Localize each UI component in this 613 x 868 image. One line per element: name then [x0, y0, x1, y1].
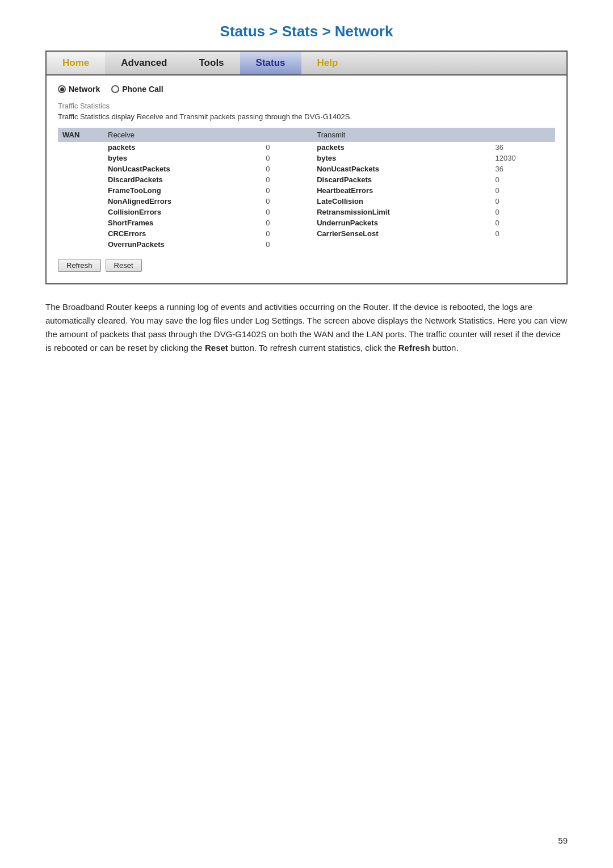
table-row: bytes0bytes12030	[58, 153, 555, 163]
rx-label: FrameTooLong	[103, 185, 261, 196]
rx-value: 0	[261, 142, 295, 153]
wan-cell	[58, 228, 103, 239]
table-row: DiscardPackets0DiscardPackets0	[58, 174, 555, 185]
rx-label: DiscardPackets	[103, 174, 261, 185]
nav-help[interactable]: Help	[301, 52, 354, 74]
rx-value: 0	[261, 228, 295, 239]
rx-value: 0	[261, 153, 295, 163]
rx-label: NonUcastPackets	[103, 163, 261, 174]
traffic-section: Traffic Statistics Traffic Statistics di…	[58, 102, 555, 121]
rx-label: packets	[103, 142, 261, 153]
wan-cell	[58, 174, 103, 185]
table-row: ShortFrames0UnderrunPackets0	[58, 217, 555, 228]
page-number: 59	[558, 836, 568, 845]
radio-phone-text: Phone Call	[122, 85, 163, 94]
nav-home[interactable]: Home	[47, 52, 105, 74]
table-row: NonUcastPackets0NonUcastPackets36	[58, 163, 555, 174]
wan-cell	[58, 196, 103, 207]
table-row: FrameTooLong0HeartbeatErrors0	[58, 185, 555, 196]
rx-label: bytes	[103, 153, 261, 163]
radio-network-text: Network	[69, 85, 100, 94]
col-wan: WAN	[58, 128, 103, 142]
tx-value: 0	[491, 174, 555, 185]
col-transmit: Transmit	[312, 128, 490, 142]
tx-value: 36	[491, 163, 555, 174]
tx-value: 12030	[491, 153, 555, 163]
tx-label: packets	[312, 142, 490, 153]
rx-value: 0	[261, 163, 295, 174]
rx-label: CollisionErrors	[103, 207, 261, 217]
tx-label: DiscardPackets	[312, 174, 490, 185]
tx-value: 0	[491, 207, 555, 217]
wan-cell	[58, 185, 103, 196]
tx-label: NonUcastPackets	[312, 163, 490, 174]
rx-label: NonAlignedErrors	[103, 196, 261, 207]
router-panel: Home Advanced Tools Status Help Network …	[45, 51, 568, 284]
radio-phone-dot[interactable]	[111, 85, 119, 93]
description-text: The Broadband Router keeps a running log…	[45, 300, 568, 355]
col-transmit-val	[491, 128, 555, 142]
tx-label	[312, 239, 490, 250]
traffic-desc: Traffic Statistics display Receive and T…	[58, 112, 555, 121]
tx-label: UnderrunPackets	[312, 217, 490, 228]
rx-value: 0	[261, 239, 295, 250]
traffic-title: Traffic Statistics	[58, 102, 555, 110]
table-row: packets0packets36	[58, 142, 555, 153]
panel-content: Network Phone Call Traffic Statistics Tr…	[47, 76, 566, 283]
rx-value: 0	[261, 217, 295, 228]
nav-advanced[interactable]: Advanced	[105, 52, 183, 74]
wan-cell	[58, 142, 103, 153]
col-receive-val	[261, 128, 295, 142]
refresh-button[interactable]: Refresh	[58, 259, 101, 272]
wan-cell	[58, 207, 103, 217]
nav-tools[interactable]: Tools	[183, 52, 240, 74]
tx-value	[491, 239, 555, 250]
tx-label: LateCollision	[312, 196, 490, 207]
rx-value: 0	[261, 207, 295, 217]
wan-cell	[58, 217, 103, 228]
tx-label: HeartbeatErrors	[312, 185, 490, 196]
stats-table: WAN Receive Transmit packets0packets36by…	[58, 128, 555, 250]
radio-phone-label[interactable]: Phone Call	[111, 85, 163, 94]
rx-label: OverrunPackets	[103, 239, 261, 250]
wan-cell	[58, 153, 103, 163]
tx-label: RetransmissionLimit	[312, 207, 490, 217]
tx-value: 36	[491, 142, 555, 153]
page-title: Status > Stats > Network	[45, 23, 568, 40]
tx-label: bytes	[312, 153, 490, 163]
tx-value: 0	[491, 185, 555, 196]
rx-value: 0	[261, 174, 295, 185]
radio-network-dot[interactable]	[58, 85, 66, 93]
rx-value: 0	[261, 185, 295, 196]
table-row: CollisionErrors0RetransmissionLimit0	[58, 207, 555, 217]
tx-label: CarrierSenseLost	[312, 228, 490, 239]
nav-bar: Home Advanced Tools Status Help	[47, 52, 566, 76]
rx-value: 0	[261, 196, 295, 207]
wan-cell	[58, 163, 103, 174]
nav-status[interactable]: Status	[240, 52, 301, 74]
radio-group: Network Phone Call	[58, 85, 555, 94]
table-row: OverrunPackets0	[58, 239, 555, 250]
rx-label: ShortFrames	[103, 217, 261, 228]
tx-value: 0	[491, 228, 555, 239]
tx-value: 0	[491, 217, 555, 228]
tx-value: 0	[491, 196, 555, 207]
table-row: NonAlignedErrors0LateCollision0	[58, 196, 555, 207]
table-row: CRCErrors0CarrierSenseLost0	[58, 228, 555, 239]
button-row: Refresh Reset	[58, 259, 555, 272]
rx-label: CRCErrors	[103, 228, 261, 239]
wan-cell	[58, 239, 103, 250]
reset-button[interactable]: Reset	[106, 259, 142, 272]
radio-network-label[interactable]: Network	[58, 85, 100, 94]
col-receive: Receive	[103, 128, 261, 142]
